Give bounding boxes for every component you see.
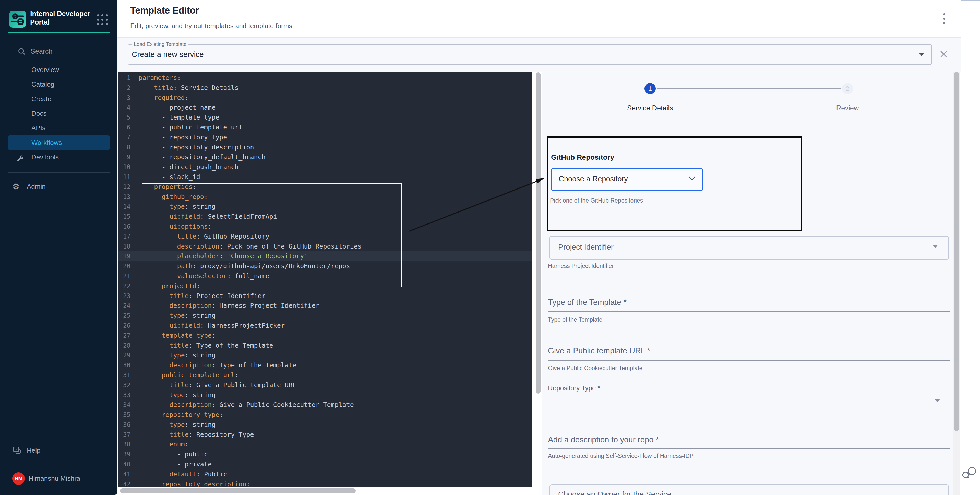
dropdown-caret-icon[interactable]	[919, 53, 924, 56]
template-url-input[interactable]	[548, 360, 950, 361]
code-text: - public	[130, 450, 208, 460]
line-number: 35	[118, 410, 130, 420]
code-token: : string	[185, 312, 215, 319]
sidebar-item-workflows[interactable]: Workflows	[8, 135, 110, 150]
editor-line-24[interactable]: 24 description: Harness Project Identifi…	[118, 301, 532, 311]
stepper-step-2[interactable]: 2	[842, 83, 853, 94]
editor-line-26[interactable]: 26 ui:field: HarnessProjectPicker	[118, 321, 532, 331]
code-text: description: Harness Project Identifier	[130, 301, 319, 311]
line-number: 5	[118, 113, 130, 123]
sidebar-item-catalog[interactable]: Catalog	[0, 77, 118, 92]
editor-line-2[interactable]: 2 - title: Service Details	[118, 83, 532, 93]
search-underline	[24, 60, 90, 61]
code-token	[138, 322, 169, 329]
code-token: type	[169, 312, 185, 319]
code-token: : string	[185, 391, 215, 399]
sidebar-user[interactable]: HM Himanshu Mishra	[0, 471, 118, 486]
template-form-preview	[542, 72, 953, 495]
line-number: 8	[118, 143, 130, 153]
editor-line-29[interactable]: 29 type: string	[118, 350, 532, 360]
code-token: : string	[185, 421, 215, 428]
editor-line-38[interactable]: 38 enum:	[118, 439, 532, 450]
sidebar-item-overview[interactable]: Overview	[0, 62, 118, 77]
brand-title: Internal Developer Portal	[30, 10, 91, 27]
line-number: 19	[118, 251, 130, 261]
editor-line-36[interactable]: 36 type: string	[118, 420, 532, 430]
code-text: enum:	[130, 439, 189, 450]
line-number: 22	[118, 281, 130, 291]
editor-line-10[interactable]: 10 - direct_push_branch	[118, 162, 532, 172]
line-number: 32	[118, 380, 130, 390]
code-token: required	[154, 94, 185, 102]
editor-line-35[interactable]: 35 repository_type:	[118, 410, 532, 420]
repository-type-select[interactable]	[548, 407, 950, 408]
repo-description-input[interactable]	[548, 448, 950, 449]
stepper-step-1[interactable]: 1	[644, 83, 656, 94]
line-number: 25	[118, 311, 130, 321]
editor-line-41[interactable]: 41 default: Public	[118, 470, 532, 479]
sidebar-item-create[interactable]: Create	[0, 92, 118, 106]
repo-description-helper: Auto-generated using Self-Service-Flow o…	[548, 453, 694, 460]
sidebar-item-docs[interactable]: Docs	[0, 106, 118, 121]
line-number: 15	[118, 212, 130, 222]
editor-line-31[interactable]: 31 public_template_url:	[118, 370, 532, 380]
code-token: title	[169, 292, 188, 299]
code-token: : Type of the Template	[189, 342, 273, 349]
sidebar-item-apis[interactable]: APIs	[0, 121, 118, 135]
editor-vscrollbar-thumb[interactable]	[536, 72, 541, 393]
editor-line-33[interactable]: 33 type: string	[118, 390, 532, 400]
code-text: - slack_id	[130, 172, 200, 182]
editor-line-7[interactable]: 7 - repository_type	[118, 132, 532, 143]
editor-hscrollbar-thumb[interactable]	[120, 489, 356, 493]
line-number: 16	[118, 222, 130, 232]
editor-line-11[interactable]: 11 - slack_id	[118, 172, 532, 182]
editor-line-40[interactable]: 40 - private	[118, 460, 532, 470]
editor-line-23[interactable]: 23 title: Project Identifier	[118, 291, 532, 301]
code-token	[138, 471, 169, 478]
editor-line-30[interactable]: 30 description: Type of the Template	[118, 360, 532, 370]
idp-logo[interactable]	[9, 11, 26, 28]
sidebar-item-help[interactable]: ? Help	[0, 443, 118, 458]
sidebar-search[interactable]: Search	[0, 45, 118, 61]
code-token	[138, 332, 162, 339]
form-vscrollbar-thumb[interactable]	[954, 72, 959, 431]
user-name: Himanshu Mishra	[29, 471, 80, 486]
editor-line-28[interactable]: 28 title: Type of the Template	[118, 341, 532, 351]
sidebar-item-devtools[interactable]: DevTools	[0, 150, 118, 164]
sidebar-item-admin[interactable]: ⚙ Admin	[0, 179, 118, 194]
project-identifier-helper: Harness Project Identifier	[548, 263, 614, 269]
more-options-icon[interactable]	[941, 13, 947, 26]
template-url-field-label: Give a Public template URL *	[548, 346, 650, 355]
editor-line-27[interactable]: 27 template_type:	[118, 331, 532, 341]
editor-line-9[interactable]: 9 - repository_default_branch	[118, 152, 532, 162]
editor-line-32[interactable]: 32 title: Give a Public template URL	[118, 380, 532, 390]
code-token	[138, 292, 169, 299]
line-number: 37	[118, 430, 130, 440]
code-token: type	[169, 421, 185, 428]
editor-line-39[interactable]: 39 - public	[118, 450, 532, 460]
editor-line-3[interactable]: 3 required:	[118, 93, 532, 103]
editor-line-8[interactable]: 8 - repositoty_description	[118, 143, 532, 153]
editor-line-25[interactable]: 25 type: string	[118, 311, 532, 321]
stepper-step-2-label: Review	[809, 104, 886, 112]
search-input[interactable]: Search	[31, 48, 89, 56]
line-number: 14	[118, 202, 130, 212]
app-switcher-icon[interactable]	[97, 14, 109, 26]
editor-line-1[interactable]: 1parameters:	[118, 73, 532, 83]
template-type-input[interactable]	[548, 311, 950, 312]
code-token: : Harness Project Identifier	[212, 302, 319, 309]
sidebar-item-label: APIs	[32, 124, 45, 132]
editor-line-34[interactable]: 34 description: Give a Public Cookiecutt…	[118, 400, 532, 410]
editor-line-6[interactable]: 6 - public_template_url	[118, 123, 532, 132]
code-text: type: string	[130, 350, 215, 360]
code-text: title: Give a Public template URL	[130, 380, 296, 390]
editor-line-5[interactable]: 5 - template_type	[118, 113, 532, 123]
load-template-select[interactable]: Load Existing Template	[128, 41, 932, 65]
repository-type-field-label: Repository Type *	[548, 384, 600, 392]
support-chat-icon[interactable]	[962, 464, 977, 480]
line-number: 18	[118, 242, 130, 251]
editor-line-37[interactable]: 37 title: Repository Type	[118, 430, 532, 440]
code-token	[138, 94, 154, 102]
close-icon[interactable]	[939, 49, 948, 59]
editor-line-4[interactable]: 4 - project_name	[118, 103, 532, 113]
